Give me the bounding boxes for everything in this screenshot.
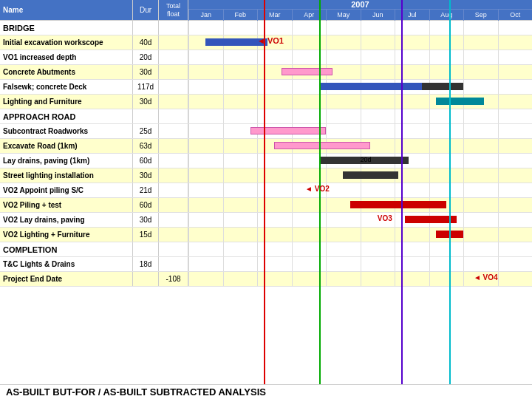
header-row: Name Dur Totalfloat 2007 JanFebMarAprMay… — [0, 0, 532, 21]
row-float — [159, 139, 188, 153]
grid-line — [429, 35, 430, 50]
grid-line — [498, 109, 499, 123]
row-chart — [188, 198, 532, 212]
row-chart: VO3 — [188, 213, 532, 227]
grid-line — [463, 139, 464, 153]
grid-line — [223, 198, 224, 212]
gantt-bar — [282, 68, 333, 75]
row-name: Initial excavation workscope — [0, 35, 133, 50]
row-float — [159, 109, 188, 123]
row-name: Project End Date — [0, 272, 133, 286]
grid-line — [292, 242, 293, 256]
grid-line — [223, 168, 224, 183]
row-name: COMPLETION — [0, 242, 133, 256]
grid-line — [498, 95, 499, 109]
row-dur — [133, 21, 159, 35]
gantt-container: Name Dur Totalfloat 2007 JanFebMarAprMay… — [0, 0, 532, 384]
grid-line — [429, 168, 430, 183]
grid-line — [498, 21, 499, 35]
grid-line — [257, 139, 258, 153]
grid-line — [498, 228, 499, 242]
table-row: Initial excavation workscope40d◄ VO1 — [0, 35, 532, 50]
row-dur — [133, 109, 159, 123]
grid-line — [292, 257, 293, 271]
grid-line — [463, 109, 464, 123]
grid-line — [223, 139, 224, 153]
row-chart — [188, 139, 532, 153]
row-chart: 20d — [188, 154, 532, 168]
table-row: VO2 Lay drains, paving30dVO3 — [0, 213, 532, 228]
row-float — [159, 213, 188, 227]
grid-line — [292, 95, 293, 109]
grid-line — [498, 65, 499, 79]
grid-line — [463, 228, 464, 242]
month-cell-oct: Oct — [498, 10, 533, 21]
grid-line — [188, 65, 189, 79]
month-cell-aug: Aug — [429, 10, 464, 21]
grid-line — [188, 139, 189, 153]
grid-line — [188, 213, 189, 227]
row-name: Concrete Abutments — [0, 65, 133, 79]
grid-line — [292, 228, 293, 242]
grid-line — [429, 242, 430, 256]
grid-line — [395, 242, 395, 256]
grid-line — [498, 154, 499, 168]
grid-line — [429, 257, 430, 271]
grid-line — [395, 35, 395, 50]
grid-line — [429, 95, 430, 109]
bar-label: 20d — [361, 156, 372, 163]
row-dur: 117d — [133, 80, 159, 94]
grid-line — [292, 198, 293, 212]
grid-line — [188, 198, 189, 212]
grid-line — [429, 183, 430, 197]
grid-line — [188, 95, 189, 109]
grid-line — [188, 154, 189, 168]
row-float: -108 — [159, 272, 188, 286]
grid-line — [292, 50, 293, 64]
grid-line — [361, 124, 361, 138]
grid-line — [463, 213, 464, 227]
grid-line — [223, 65, 224, 79]
grid-line — [257, 228, 258, 242]
row-float — [159, 50, 188, 64]
col-header-name: Name — [0, 0, 133, 20]
grid-line — [429, 21, 430, 35]
table-row: Falsewk; concrete Deck117d — [0, 80, 532, 95]
grid-line — [257, 168, 258, 183]
grid-line — [498, 80, 499, 94]
vo-label: ◄ VO2 — [305, 185, 330, 193]
grid-line — [395, 183, 395, 197]
grid-line — [498, 198, 499, 212]
grid-line — [498, 168, 499, 183]
grid-line — [395, 139, 395, 153]
grid-line — [395, 124, 395, 138]
grid-line — [292, 213, 293, 227]
row-name: VO2 Lighting + Furniture — [0, 228, 133, 242]
grid-line — [223, 80, 224, 94]
grid-line — [361, 213, 361, 227]
grid-line — [223, 228, 224, 242]
table-row: VO1 increased depth20d — [0, 50, 532, 65]
row-chart — [188, 80, 532, 94]
grid-line — [361, 183, 361, 197]
grid-line — [188, 80, 189, 94]
grid-line — [292, 168, 293, 183]
row-name: Lighting and Furniture — [0, 95, 133, 109]
grid-line — [463, 35, 464, 50]
grid-line — [292, 183, 293, 197]
month-cell-jun: Jun — [361, 10, 395, 21]
table-row: Concrete Abutments30d — [0, 65, 532, 80]
row-float — [159, 154, 188, 168]
grid-line — [257, 65, 258, 79]
grid-line — [326, 21, 327, 35]
section-header: COMPLETION — [0, 242, 532, 257]
grid-line — [395, 228, 395, 242]
grid-line — [326, 124, 327, 138]
grid-line — [223, 95, 224, 109]
row-name: T&C Lights & Drains — [0, 257, 133, 271]
table-row: Lay drains, paving (1km)60d20d — [0, 154, 532, 168]
grid-line — [361, 95, 361, 109]
grid-line — [498, 257, 499, 271]
grid-line — [257, 154, 258, 168]
data-rows: BRIDGEInitial excavation workscope40d◄ V… — [0, 21, 532, 287]
